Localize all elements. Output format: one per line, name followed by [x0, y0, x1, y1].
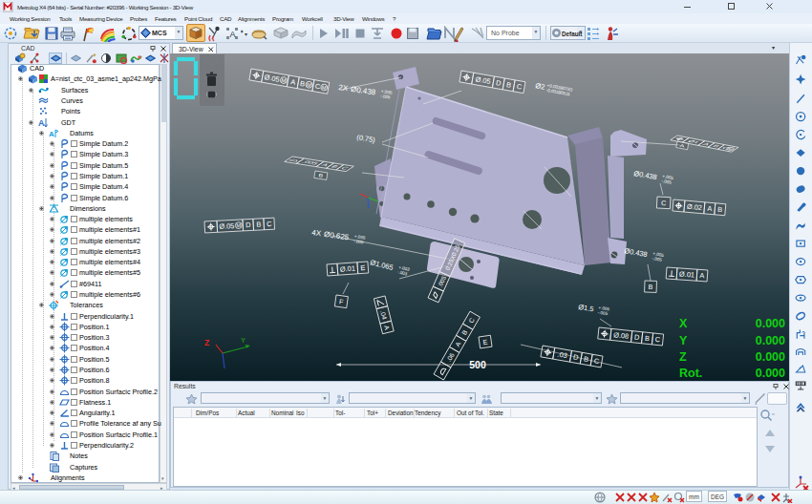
svg-text:Ø.08: Ø.08 [613, 330, 630, 341]
svg-text:M: M [236, 222, 241, 228]
svg-text:0.000: 0.000 [756, 334, 785, 347]
svg-text:Ø.05: Ø.05 [219, 221, 234, 231]
svg-text:.03: .03 [557, 350, 568, 361]
svg-text:Y: Y [241, 336, 246, 345]
svg-text:0.000: 0.000 [756, 350, 785, 364]
svg-text:0.000: 0.000 [756, 317, 785, 330]
svg-text:X: X [679, 317, 688, 330]
svg-text:D: D [634, 333, 640, 343]
svg-text:Ø.02: Ø.02 [687, 202, 703, 212]
svg-text:A: A [230, 30, 236, 39]
svg-text:B: B [648, 283, 652, 291]
svg-text:C: C [661, 199, 667, 207]
svg-text:500: 500 [469, 359, 486, 370]
svg-text:Ø.01: Ø.01 [679, 270, 695, 280]
svg-text:E: E [360, 263, 366, 272]
svg-text:B: B [256, 220, 261, 229]
svg-text:Rot.: Rot. [679, 367, 702, 380]
svg-text:Ø2: Ø2 [535, 81, 545, 92]
svg-text:Z: Z [679, 350, 687, 364]
svg-text:A: A [699, 271, 705, 280]
svg-text:D: D [246, 220, 251, 229]
svg-text:B: B [645, 334, 651, 343]
svg-text:2X: 2X [338, 83, 350, 93]
svg-text:A: A [707, 204, 713, 213]
svg-text:B: B [318, 173, 323, 178]
svg-text:Y: Y [679, 334, 688, 347]
svg-text:Z: Z [204, 338, 209, 347]
svg-text:Ø.01: Ø.01 [340, 264, 356, 274]
svg-text:0.000: 0.000 [756, 367, 785, 380]
svg-text:B: B [717, 205, 723, 214]
svg-text:4X: 4X [311, 228, 323, 238]
